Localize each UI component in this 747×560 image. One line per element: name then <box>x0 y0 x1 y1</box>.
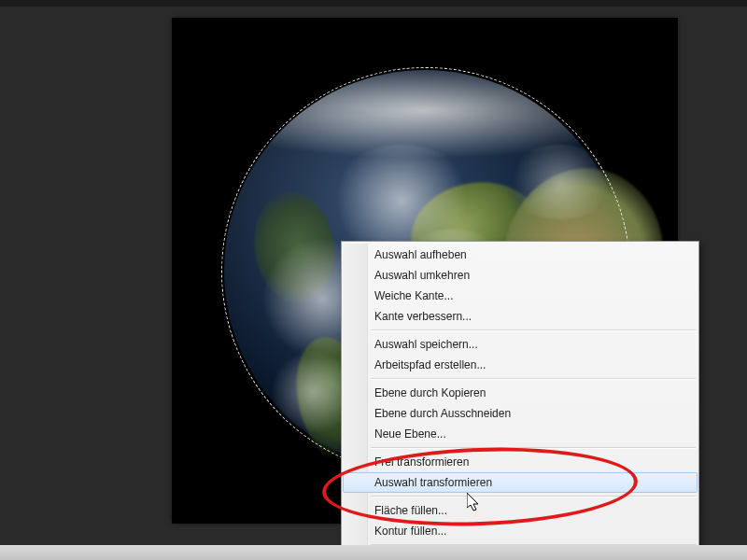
menu-item-make-work-path[interactable]: Arbeitspfad erstellen... <box>343 355 698 375</box>
menu-item-layer-via-copy[interactable]: Ebene durch Kopieren <box>343 383 698 403</box>
menu-item-new-layer[interactable]: Neue Ebene... <box>343 424 698 444</box>
workspace: Auswahl aufheben Auswahl umkehren Weiche… <box>0 0 747 560</box>
menu-item-layer-via-cut[interactable]: Ebene durch Ausschneiden <box>343 403 698 424</box>
menu-separator <box>371 496 696 497</box>
status-bar <box>0 545 747 560</box>
menu-item-save-selection[interactable]: Auswahl speichern... <box>343 334 698 355</box>
menu-item-refine-edge[interactable]: Kante verbessern... <box>343 306 698 327</box>
menu-separator <box>371 329 696 331</box>
menu-item-fill[interactable]: Fläche füllen... <box>343 500 698 521</box>
menu-item-transform-selection[interactable]: Auswahl transformieren <box>343 472 698 493</box>
menu-item-feather[interactable]: Weiche Kante... <box>343 286 698 306</box>
menu-item-stroke[interactable]: Kontur füllen... <box>343 521 698 541</box>
menu-item-invert-selection[interactable]: Auswahl umkehren <box>343 265 698 286</box>
context-menu-list: Auswahl aufheben Auswahl umkehren Weiche… <box>343 245 698 560</box>
menu-item-free-transform[interactable]: Frei transformieren <box>343 452 698 472</box>
context-menu[interactable]: Auswahl aufheben Auswahl umkehren Weiche… <box>341 241 699 560</box>
menu-item-deselect[interactable]: Auswahl aufheben <box>343 245 698 265</box>
menu-separator <box>371 378 696 380</box>
title-bar <box>0 0 747 7</box>
menu-separator <box>371 447 696 449</box>
